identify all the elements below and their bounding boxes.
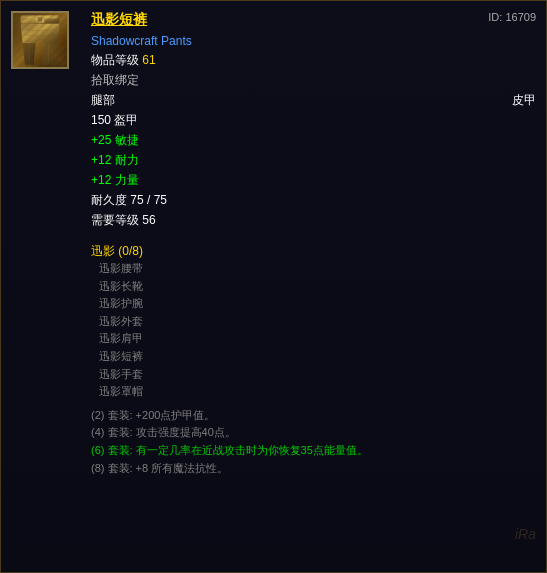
stat1-text: +25 敏捷 [91, 133, 139, 147]
set-item: 迅影短裤 [91, 348, 536, 366]
item-tooltip: 迅影短裤 ID: 16709 Shadowcraft Pants 物品等级 61… [0, 0, 547, 573]
set-item: 迅影腰带 [91, 260, 536, 278]
set-bonus-line: (2) 套装: +200点护甲值。 [91, 407, 536, 425]
set-item: 迅影护腕 [91, 295, 536, 313]
set-bonus-line: (8) 套装: +8 所有魔法抗性。 [91, 460, 536, 478]
watermark-text: iRa [515, 526, 536, 542]
stat2-line: +12 耐力 [91, 151, 536, 169]
item-id: ID: 16709 [488, 11, 536, 23]
set-section: 迅影 (0/8) 迅影腰带迅影长靴迅影护腕迅影外套迅影肩甲迅影短裤迅影手套迅影罩… [91, 237, 536, 477]
stat2-text: +12 耐力 [91, 153, 139, 167]
item-level-line: 物品等级 61 [91, 51, 536, 69]
item-level-value: 61 [142, 53, 155, 67]
set-item: 迅影肩甲 [91, 330, 536, 348]
info-section: 迅影短裤 ID: 16709 Shadowcraft Pants 物品等级 61… [91, 11, 536, 562]
item-name-cn[interactable]: 迅影短裤 [91, 11, 147, 29]
bind-text: 拾取绑定 [91, 73, 139, 87]
required-level-label: 需要等级 [91, 213, 139, 227]
set-item: 迅影长靴 [91, 278, 536, 296]
slot-armor-line: 腿部 皮甲 [91, 91, 536, 109]
item-level-label: 物品等级 [91, 53, 139, 67]
required-level-value: 56 [142, 213, 155, 227]
svg-rect-2 [36, 16, 45, 22]
set-name: 迅影 (0/8) [91, 243, 536, 260]
durability-line: 耐久度 75 / 75 [91, 191, 536, 209]
svg-rect-3 [38, 17, 42, 21]
svg-rect-1 [23, 16, 58, 18]
set-item: 迅影手套 [91, 366, 536, 384]
stat3-line: +12 力量 [91, 171, 536, 189]
set-item: 迅影外套 [91, 313, 536, 331]
set-item: 迅影罩帽 [91, 383, 536, 401]
item-name-en: Shadowcraft Pants [91, 34, 192, 48]
set-bonuses-list: (2) 套装: +200点护甲值。(4) 套装: 攻击强度提高40点。(6) 套… [91, 407, 536, 477]
required-level-line: 需要等级 56 [91, 211, 536, 229]
stat3-text: +12 力量 [91, 173, 139, 187]
set-bonus-line: (4) 套装: 攻击强度提高40点。 [91, 424, 536, 442]
armor-type-text: 皮甲 [512, 91, 536, 109]
durability-text: 耐久度 75 / 75 [91, 193, 167, 207]
item-icon-section [11, 11, 81, 562]
armor-value-line: 150 盔甲 [91, 111, 536, 129]
item-icon [11, 11, 69, 69]
set-bonus-line: (6) 套装: 有一定几率在近战攻击时为你恢复35点能量值。 [91, 442, 536, 460]
set-items-list: 迅影腰带迅影长靴迅影护腕迅影外套迅影肩甲迅影短裤迅影手套迅影罩帽 [91, 260, 536, 401]
stat1-line: +25 敏捷 [91, 131, 536, 149]
item-name-en-line: Shadowcraft Pants [91, 31, 536, 49]
svg-rect-0 [21, 15, 60, 24]
bind-line: 拾取绑定 [91, 71, 536, 89]
armor-value-text: 150 盔甲 [91, 113, 138, 127]
pants-image [13, 13, 67, 67]
header-row: 迅影短裤 ID: 16709 [91, 11, 536, 29]
slot-text: 腿部 [91, 91, 115, 109]
